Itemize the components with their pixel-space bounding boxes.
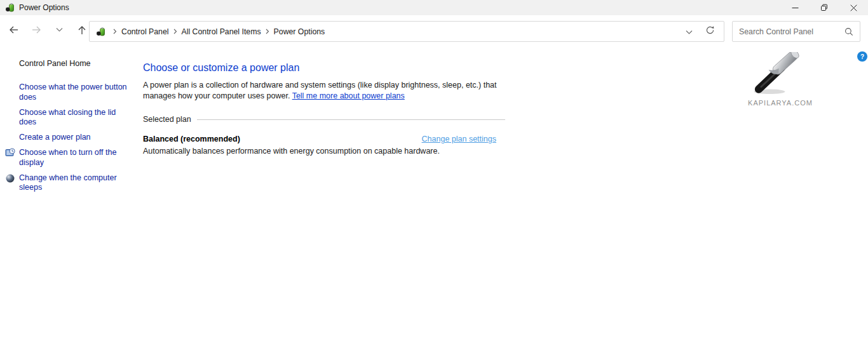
search-box xyxy=(732,21,860,42)
page-title: Choose or customize a power plan xyxy=(143,62,512,74)
plan-row: Balanced (recommended) Change plan setti… xyxy=(143,135,496,143)
content-area: Control Panel Home Choose what the power… xyxy=(0,44,868,346)
address-dropdown-button[interactable] xyxy=(686,26,693,37)
sidebar-item-create-power-plan[interactable]: Create a power plan xyxy=(0,133,130,143)
help-question-icon: ? xyxy=(860,53,864,60)
breadcrumb-control-panel[interactable]: Control Panel xyxy=(121,27,169,36)
plan-description: Automatically balances performance with … xyxy=(143,147,512,156)
forward-arrow-icon xyxy=(31,25,42,35)
sidebar-item-computer-sleeps[interactable]: Change when the computer sleeps xyxy=(0,173,130,193)
sidebar-item-closing-lid[interactable]: Choose what closing the lid does xyxy=(0,108,130,128)
window-controls xyxy=(780,0,868,15)
main-panel: Choose or customize a power plan A power… xyxy=(143,44,512,156)
close-icon xyxy=(850,4,857,11)
breadcrumb-power-options[interactable]: Power Options xyxy=(274,27,325,36)
sidebar-item-turn-off-display[interactable]: Choose when to turn off the display xyxy=(0,148,130,168)
back-button[interactable] xyxy=(6,23,20,37)
forward-button[interactable] xyxy=(29,23,43,37)
refresh-icon xyxy=(705,25,715,35)
chevron-down-icon xyxy=(686,30,693,35)
close-button[interactable] xyxy=(839,0,868,15)
breadcrumb-separator-icon xyxy=(173,29,177,34)
display-clock-icon xyxy=(5,148,15,158)
tell-me-more-link[interactable]: Tell me more about power plans xyxy=(292,91,405,100)
restore-icon xyxy=(820,4,828,11)
breadcrumb-separator-icon xyxy=(113,29,117,34)
sleep-moon-icon xyxy=(5,173,15,183)
refresh-button[interactable] xyxy=(705,25,715,37)
minimize-icon xyxy=(792,4,799,11)
up-button[interactable] xyxy=(75,23,89,37)
sidebar-item-label: Change when the computer sleeps xyxy=(19,173,117,192)
address-bar[interactable]: Control Panel All Control Panel Items Po… xyxy=(89,21,724,42)
help-button[interactable]: ? xyxy=(857,51,867,62)
chevron-down-icon xyxy=(56,27,63,32)
sidebar-item-label: Choose when to turn off the display xyxy=(19,148,116,167)
minimize-button[interactable] xyxy=(780,0,810,15)
selected-plan-label: Selected plan xyxy=(143,115,191,124)
plan-name: Balanced (recommended) xyxy=(143,135,240,143)
power-options-location-icon xyxy=(96,27,106,37)
selected-plan-group: Selected plan xyxy=(143,115,505,124)
breadcrumb-all-control-panel-items[interactable]: All Control Panel Items xyxy=(182,27,261,36)
sidebar: Control Panel Home Choose what the power… xyxy=(0,59,135,198)
up-arrow-icon xyxy=(77,25,87,36)
change-plan-settings-link[interactable]: Change plan settings xyxy=(422,135,496,143)
breadcrumb-separator-icon xyxy=(266,29,269,34)
title-bar: Power Options xyxy=(0,0,868,15)
recent-locations-button[interactable] xyxy=(52,23,66,37)
group-divider-line xyxy=(197,119,505,120)
watermark-text: KAPILARYA.COM xyxy=(743,99,817,107)
watermark: KAPILARYA.COM xyxy=(743,52,817,107)
window-title: Power Options xyxy=(19,3,69,12)
sidebar-item-power-button[interactable]: Choose what the power button does xyxy=(0,83,130,102)
page-description: A power plan is a collection of hardware… xyxy=(143,80,512,102)
power-options-app-icon xyxy=(5,3,15,13)
sidebar-item-control-panel-home[interactable]: Control Panel Home xyxy=(0,59,135,68)
navigation-bar: Control Panel All Control Panel Items Po… xyxy=(0,15,868,44)
search-icon xyxy=(844,27,853,36)
search-input[interactable] xyxy=(739,27,844,36)
back-arrow-icon xyxy=(8,25,19,35)
restore-button[interactable] xyxy=(810,0,839,15)
hammer-icon xyxy=(750,52,811,95)
